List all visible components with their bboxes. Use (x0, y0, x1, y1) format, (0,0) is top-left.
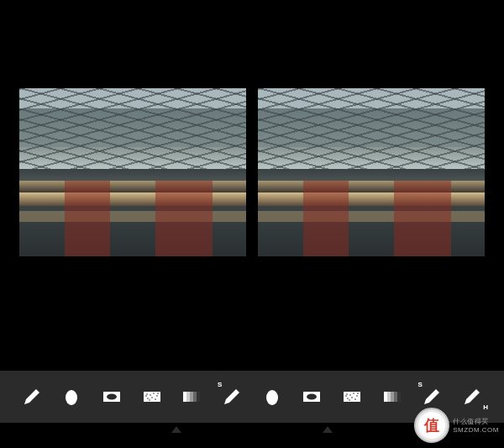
tool-gradient-2[interactable] (380, 384, 405, 409)
tool-noise[interactable] (139, 384, 165, 409)
tool-vignette-2[interactable] (299, 384, 324, 409)
tool-highlight-brush[interactable]: H (459, 384, 485, 409)
tool-sharpen-brush[interactable]: S (219, 384, 244, 409)
tool-gradient[interactable] (179, 384, 204, 409)
preview-image-left[interactable] (19, 88, 246, 256)
watermark-text-1: 什么值得买 (453, 417, 499, 426)
preview-image-right[interactable] (258, 88, 485, 256)
indicator-arrow-icon (171, 426, 181, 433)
watermark-character: 值 (424, 415, 439, 435)
tool-noise-2[interactable] (339, 384, 365, 409)
tool-blob-2[interactable] (260, 384, 285, 409)
tool-blob[interactable] (59, 384, 84, 409)
badge-s-icon: S (218, 381, 222, 388)
badge-s-icon: S (417, 381, 422, 388)
tool-vignette[interactable] (99, 384, 124, 409)
watermark: 值 什么值得买 SMZDM.COM (414, 408, 499, 443)
tool-brush[interactable] (19, 384, 45, 409)
indicator-arrow-icon (323, 426, 333, 433)
preview-area (0, 0, 504, 345)
watermark-badge: 值 (414, 408, 449, 443)
tool-sharpen-brush-2[interactable]: S (419, 384, 444, 409)
watermark-text-2: SMZDM.COM (453, 426, 499, 434)
